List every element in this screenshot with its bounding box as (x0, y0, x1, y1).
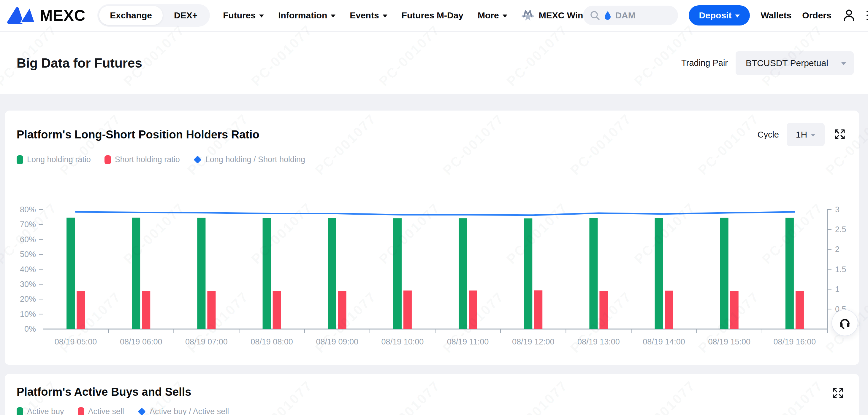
support-fab[interactable] (832, 309, 858, 336)
expand-icon (832, 387, 844, 399)
deposit-button[interactable]: Deposit (689, 5, 750, 26)
legend-label: Short holding ratio (115, 155, 180, 164)
short-bar[interactable] (599, 291, 608, 329)
chevron-down-icon (735, 14, 740, 18)
long-bar[interactable] (393, 218, 402, 329)
x-tick-label: 08/19 11:00 (447, 337, 489, 346)
legend-item[interactable]: Active buy / Active sell (138, 407, 229, 415)
ratio-legend: Long holding ratioShort holding ratioLon… (17, 155, 305, 164)
long-bar[interactable] (328, 218, 336, 329)
top-navbar: MEXC Exchange DEX+ Futures Information E… (0, 0, 868, 31)
short-bar[interactable] (730, 291, 739, 329)
right-tick-label: 3 (835, 205, 839, 214)
wallets-link[interactable]: Wallets (761, 10, 792, 21)
active-buys-sells-card: Platform's Active Buys and Sells Active … (5, 374, 859, 415)
nav-item-information[interactable]: Information (278, 10, 336, 21)
x-tick-label: 08/19 14:00 (643, 337, 685, 346)
short-bar[interactable] (207, 291, 216, 329)
left-tick-label: 20% (20, 295, 36, 304)
trading-pair-value: BTCUSDT Perpetual (746, 58, 838, 68)
nav-item-futures-mday[interactable]: Futures M-Day (402, 10, 463, 21)
fullscreen-button[interactable] (831, 386, 845, 401)
orders-link[interactable]: Orders (802, 10, 831, 21)
short-bar[interactable] (273, 291, 281, 329)
right-tick-label: 1 (835, 285, 839, 294)
short-bar[interactable] (469, 290, 477, 329)
buys-card-title: Platform's Active Buys and Sells (17, 386, 191, 399)
search-input[interactable] (615, 10, 660, 21)
trading-pair-select[interactable]: BTCUSDT Perpetual (736, 51, 854, 75)
exchange-dex-toggle: Exchange DEX+ (97, 4, 210, 27)
chevron-down-icon (841, 62, 846, 65)
left-tick-label: 30% (20, 280, 36, 289)
short-bar[interactable] (142, 291, 150, 329)
account-button[interactable] (842, 9, 856, 22)
legend-swatch (138, 408, 146, 415)
legend-item[interactable]: Short holding ratio (104, 155, 180, 164)
long-bar[interactable] (655, 218, 663, 329)
legend-item[interactable]: Active buy (17, 407, 64, 415)
ratio-card-title: Platform's Long-Short Position Holders R… (17, 128, 259, 141)
short-bar[interactable] (403, 290, 412, 329)
chevron-down-icon (331, 14, 336, 18)
legend-item[interactable]: Long holding / Short holding (193, 155, 305, 164)
hamburger-menu-button[interactable] (867, 10, 868, 21)
x-tick-label: 08/19 16:00 (774, 337, 816, 346)
left-tick-label: 50% (20, 250, 36, 259)
x-tick-label: 08/19 15:00 (708, 337, 750, 346)
main-menu: Futures Information Events Futures M-Day… (223, 10, 507, 21)
legend-label: Active buy / Active sell (150, 407, 229, 415)
token-droplet-icon (603, 11, 612, 20)
cycle-label: Cycle (757, 130, 779, 140)
legend-swatch (17, 155, 23, 164)
long-bar[interactable] (524, 218, 532, 329)
mexc-logo[interactable]: MEXC (7, 6, 86, 25)
mexc-win-badge-icon (520, 8, 535, 23)
long-bar[interactable] (589, 218, 597, 329)
legend-item[interactable]: Active sell (78, 407, 124, 415)
long-bar[interactable] (197, 218, 206, 329)
fullscreen-button[interactable] (832, 127, 847, 143)
legend-item[interactable]: Long holding ratio (17, 155, 91, 164)
cycle-select[interactable]: 1H (787, 123, 825, 146)
chevron-down-icon (811, 134, 815, 137)
short-bar[interactable] (76, 291, 85, 329)
search-icon (590, 10, 600, 21)
short-bar[interactable] (338, 291, 346, 329)
legend-label: Long holding ratio (27, 155, 91, 164)
long-bar[interactable] (720, 218, 728, 329)
exchange-tab[interactable]: Exchange (99, 6, 163, 25)
long-bar[interactable] (66, 217, 75, 329)
hamburger-icon (867, 10, 868, 21)
legend-swatch (193, 155, 202, 164)
mexc-win-link[interactable]: MEXC Win (520, 8, 583, 23)
x-tick-label: 08/19 05:00 (55, 337, 97, 346)
person-icon (842, 9, 856, 22)
trading-pair-group: Trading Pair BTCUSDT Perpetual (681, 51, 854, 75)
trading-pair-label: Trading Pair (681, 58, 728, 68)
long-bar[interactable] (785, 218, 794, 329)
short-bar[interactable] (796, 291, 804, 329)
x-tick-label: 08/19 06:00 (120, 337, 162, 346)
nav-item-events[interactable]: Events (350, 10, 387, 21)
ratio-line[interactable] (76, 212, 795, 215)
page-header: Big Data for Futures Trading Pair BTCUSD… (0, 32, 868, 94)
mexc-logo-icon (7, 6, 38, 25)
long-bar[interactable] (459, 218, 467, 329)
legend-label: Active sell (88, 407, 124, 415)
nav-item-more[interactable]: More (478, 10, 507, 21)
navbar-right: Deposit Wallets Orders (583, 5, 868, 26)
dex-tab[interactable]: DEX+ (163, 6, 208, 25)
short-bar[interactable] (665, 291, 673, 329)
x-tick-label: 08/19 08:00 (251, 337, 293, 346)
x-tick-label: 08/19 10:00 (381, 337, 424, 346)
search-bar[interactable] (583, 6, 678, 25)
brand-text: MEXC (40, 6, 86, 24)
expand-icon (834, 128, 846, 140)
ratio-chart[interactable]: 0%10%20%30%40%50%60%70%80%00.511.522.530… (5, 200, 859, 356)
long-bar[interactable] (263, 218, 271, 329)
nav-item-futures[interactable]: Futures (223, 10, 264, 21)
long-bar[interactable] (132, 217, 140, 329)
x-tick-label: 08/19 12:00 (512, 337, 555, 346)
short-bar[interactable] (534, 290, 542, 329)
